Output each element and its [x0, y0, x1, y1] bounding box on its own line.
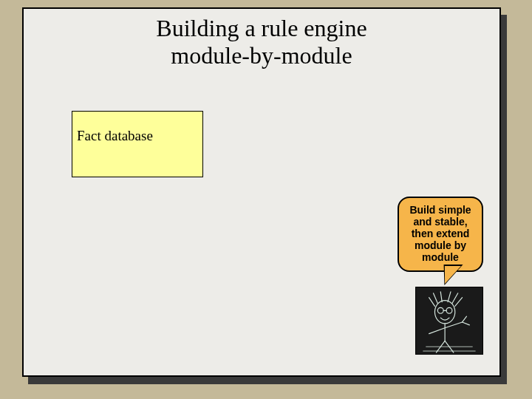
title-line-1: Building a rule engine — [156, 15, 366, 41]
scientist-icon — [416, 287, 482, 354]
slide-title: Building a rule engine module-by-module — [24, 15, 499, 69]
bubble-text-5: module — [422, 251, 459, 263]
speech-bubble: Build simple and stable, then extend mod… — [398, 197, 483, 272]
bubble-text-3: then extend — [412, 228, 470, 239]
bubble-text-1: Build simple — [409, 204, 471, 216]
character-illustration — [415, 287, 483, 355]
fact-database-label: Fact database — [77, 128, 153, 143]
fact-database-box: Fact database — [72, 111, 203, 177]
title-line-2: module-by-module — [171, 42, 352, 69]
slide-frame: Building a rule engine module-by-module … — [22, 7, 501, 377]
bubble-text-4: module by — [415, 239, 466, 251]
bubble-text-2: and stable, — [413, 216, 467, 228]
